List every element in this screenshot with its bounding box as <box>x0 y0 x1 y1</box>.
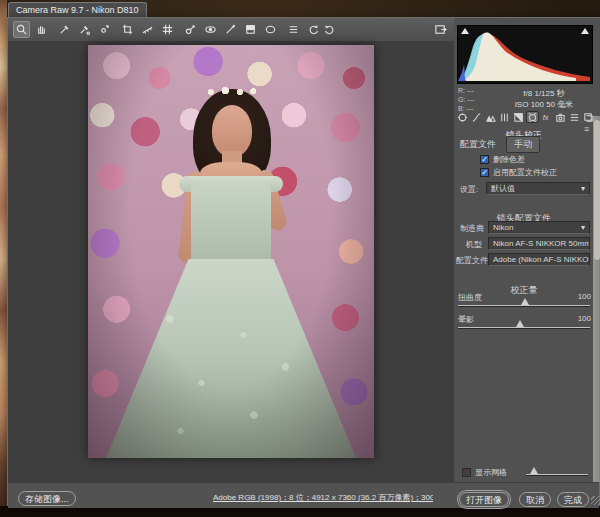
distortion-value: 100 <box>578 292 591 301</box>
zoom-tool-icon[interactable] <box>13 21 30 38</box>
panel-menu-icon[interactable]: ≡ <box>584 124 589 134</box>
cancel-button[interactable]: 取消 <box>519 492 551 507</box>
panel-tab-strip: fx <box>456 111 596 123</box>
open-image-button[interactable]: 打开图像 <box>459 492 509 507</box>
show-grid-label: 显示网格 <box>475 467 507 478</box>
white-balance-eyedropper-icon[interactable] <box>56 21 73 38</box>
exif-iso-focal: ISO 100 50 毫米 <box>494 99 594 110</box>
subject-sleeves <box>179 176 283 192</box>
model-label: 机型 <box>466 239 482 250</box>
toggle-fullscreen-icon[interactable] <box>432 21 449 38</box>
setup-label: 设置: <box>460 184 478 195</box>
resize-grip[interactable] <box>591 496 600 505</box>
rotate-left-icon[interactable] <box>305 21 322 38</box>
subject-flower-crown <box>204 85 260 99</box>
chevron-down-icon: ▾ <box>581 222 585 233</box>
grid-size-slider[interactable] <box>526 474 588 475</box>
vignetting-label: 晕影 <box>458 314 474 325</box>
right-panel: R: --- G: --- B: --- f/8 1/125 秒 ISO 100… <box>454 18 600 482</box>
window-title[interactable]: Camera Raw 9.7 - Nikon D810 <box>8 2 147 17</box>
tab-tone-curve-icon[interactable] <box>470 111 483 123</box>
rgb-readout-r: R: --- <box>458 87 474 95</box>
adjustment-brush-icon[interactable] <box>222 21 239 38</box>
vignetting-value: 100 <box>578 314 591 323</box>
hand-tool-icon[interactable] <box>33 21 50 38</box>
tab-camera-calibration-icon[interactable] <box>554 111 567 123</box>
subject-chest <box>200 162 262 190</box>
preview-area: − + 11.4%▾ DSC_2512.NEF Y ▣ ⇄ ≡ <box>8 41 454 482</box>
tab-split-toning-icon[interactable] <box>512 111 525 123</box>
spot-removal-icon[interactable] <box>182 21 199 38</box>
done-button[interactable]: 完成 <box>557 492 589 507</box>
distortion-slider[interactable] <box>458 305 590 306</box>
make-dropdown[interactable]: Nikon▾ <box>488 221 590 234</box>
subject-arm-left <box>177 170 205 263</box>
tab-profile[interactable]: 配置文件 <box>460 138 496 151</box>
profile-label: 配置文件 <box>456 255 488 266</box>
histogram <box>457 25 593 84</box>
shadow-clipping-warning-icon[interactable] <box>461 28 469 34</box>
chevron-down-icon: ▾ <box>581 183 585 194</box>
radial-filter-icon[interactable] <box>262 21 279 38</box>
distortion-label: 扭曲度 <box>458 292 482 303</box>
tab-hsl-icon[interactable] <box>498 111 511 123</box>
tab-presets-icon[interactable] <box>568 111 581 123</box>
grid-size-slider-thumb[interactable] <box>530 467 538 474</box>
svg-text:fx: fx <box>543 113 549 122</box>
tab-manual[interactable]: 手动 <box>506 136 540 153</box>
graduated-filter-icon[interactable] <box>242 21 259 38</box>
vignetting-slider-thumb[interactable] <box>516 320 524 327</box>
highlight-clipping-warning-icon[interactable] <box>581 28 589 34</box>
tab-basic-icon[interactable] <box>456 111 469 123</box>
show-grid-checkbox[interactable] <box>462 468 471 477</box>
save-image-button[interactable]: 存储图像... <box>18 491 76 506</box>
vignetting-slider[interactable] <box>458 327 590 328</box>
make-label: 制造商 <box>460 223 484 234</box>
subject-hair <box>193 89 271 189</box>
subject-face <box>212 105 252 157</box>
subject-bodice <box>191 183 271 267</box>
exif-aperture-shutter: f/8 1/125 秒 <box>494 88 594 99</box>
preferences-icon[interactable] <box>285 21 302 38</box>
color-sampler-icon[interactable] <box>76 21 93 38</box>
remove-chromatic-aberration-label: 删除色差 <box>493 154 525 165</box>
photo-preview[interactable] <box>88 45 374 458</box>
screenshot-root: Camera Raw 9.7 - Nikon D810 <box>0 0 600 517</box>
distortion-slider-thumb[interactable] <box>521 298 529 305</box>
tab-effects-icon[interactable]: fx <box>540 111 553 123</box>
panel-scrollbar-thumb[interactable] <box>594 120 600 260</box>
transform-tool-icon[interactable] <box>159 21 176 38</box>
model-dropdown[interactable]: Nikon AF-S NIKKOR 50mm▾ <box>488 237 590 250</box>
tab-detail-icon[interactable] <box>484 111 497 123</box>
profile-dropdown[interactable]: Adobe (Nikon AF-S NIKKO▾ <box>488 253 590 266</box>
rgb-readout-g: G: --- <box>458 96 474 104</box>
subject-arm-right <box>255 168 288 232</box>
targeted-adjustment-icon[interactable] <box>96 21 113 38</box>
red-eye-removal-icon[interactable] <box>202 21 219 38</box>
enable-profile-corrections-label: 启用配置文件校正 <box>493 167 557 178</box>
camera-raw-dialog: − + 11.4%▾ DSC_2512.NEF Y ▣ ⇄ ≡ <box>7 17 600 506</box>
desktop-background-strip <box>0 0 7 517</box>
workflow-options-link[interactable]: Adobe RGB (1998)；8 位；4912 x 7360 (36.2 百… <box>213 492 433 503</box>
setup-dropdown[interactable]: 默认值▾ <box>486 182 590 195</box>
panel-scrollbar[interactable] <box>593 116 600 482</box>
enable-profile-corrections-checkbox[interactable]: ✓ <box>480 168 489 177</box>
chevron-down-icon: ▾ <box>589 254 590 265</box>
subject-gown-texture <box>128 295 338 455</box>
tab-lens-corrections-icon[interactable] <box>526 111 539 123</box>
subject-gown-skirt <box>106 259 356 458</box>
straighten-tool-icon[interactable] <box>139 21 156 38</box>
remove-chromatic-aberration-checkbox[interactable]: ✓ <box>480 155 489 164</box>
subject-neck <box>222 151 242 169</box>
crop-tool-icon[interactable] <box>119 21 136 38</box>
rotate-right-icon[interactable] <box>321 21 338 38</box>
footer-bar: 存储图像... Adobe RGB (1998)；8 位；4912 x 7360… <box>8 482 599 508</box>
